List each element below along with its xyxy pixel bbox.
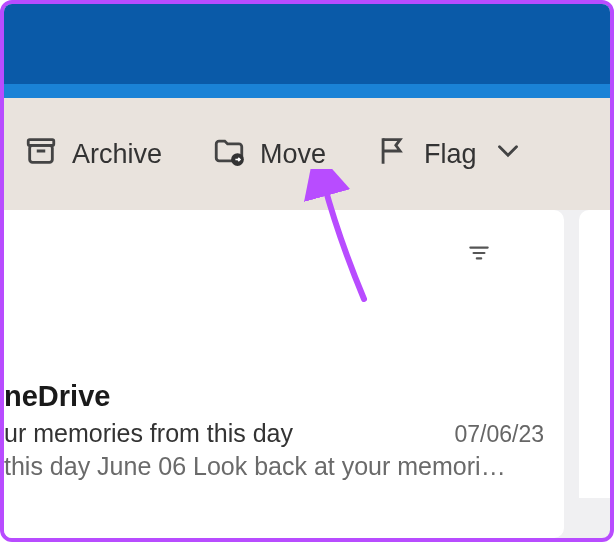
message-preview: this day June 06 Look back at your memor… bbox=[4, 452, 544, 481]
message-subject: ur memories from this day bbox=[4, 419, 293, 448]
reading-pane bbox=[579, 210, 610, 498]
message-sender: neDrive bbox=[4, 380, 544, 413]
toolbar: Archive Move Flag bbox=[4, 98, 610, 210]
move-button[interactable]: Move bbox=[212, 134, 326, 175]
message-item[interactable]: neDrive ur memories from this day 07/06/… bbox=[4, 380, 544, 481]
archive-icon bbox=[24, 134, 58, 175]
ribbon-accent bbox=[4, 84, 610, 98]
flag-label: Flag bbox=[424, 139, 477, 170]
svg-rect-1 bbox=[30, 145, 53, 162]
chevron-down-icon[interactable] bbox=[491, 134, 525, 174]
title-bar bbox=[4, 4, 610, 84]
flag-button[interactable]: Flag bbox=[376, 134, 525, 175]
filter-button[interactable] bbox=[466, 240, 492, 270]
archive-button[interactable]: Archive bbox=[24, 134, 162, 175]
archive-label: Archive bbox=[72, 139, 162, 170]
message-date: 07/06/23 bbox=[434, 421, 544, 448]
message-list-panel: neDrive ur memories from this day 07/06/… bbox=[4, 210, 564, 538]
move-label: Move bbox=[260, 139, 326, 170]
flag-icon bbox=[376, 134, 410, 175]
move-folder-icon bbox=[212, 134, 246, 175]
app-frame: Archive Move Flag bbox=[0, 0, 614, 542]
